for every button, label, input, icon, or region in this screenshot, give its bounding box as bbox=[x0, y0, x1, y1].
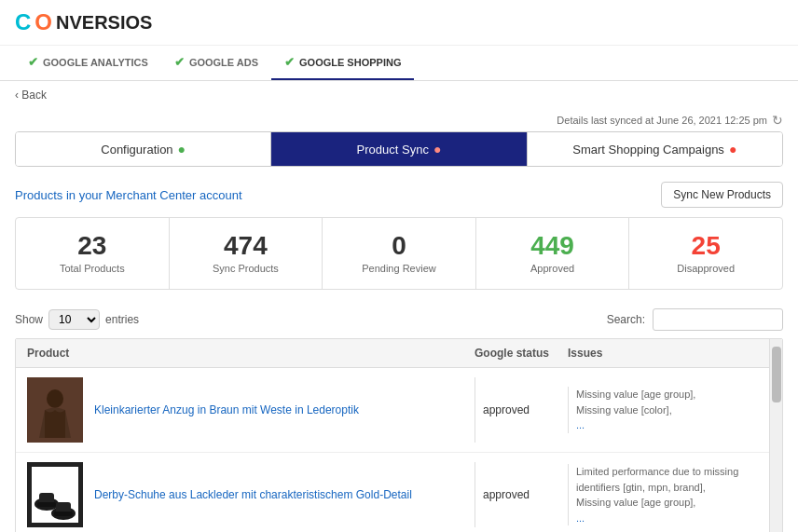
tab-configuration-label: Configuration bbox=[101, 143, 172, 157]
sync-new-products-button[interactable]: Sync New Products bbox=[661, 182, 783, 208]
stat-total-products: 23 Total Products bbox=[16, 218, 170, 289]
stat-total-products-number: 23 bbox=[23, 233, 161, 259]
svg-rect-8 bbox=[54, 512, 73, 516]
table-row: Derby-Schuhe aus Lackleder mit charakter… bbox=[16, 453, 782, 532]
nav-tabs: ✔ GOOGLE ANALYTICS ✔ GOOGLE ADS ✔ GOOGLE… bbox=[0, 46, 798, 81]
nav-tab-google-shopping[interactable]: ✔ GOOGLE SHOPPING bbox=[271, 46, 414, 80]
logo-text: NVERSIOS bbox=[56, 12, 152, 34]
refresh-icon[interactable]: ↻ bbox=[772, 113, 783, 128]
stat-approved: 449 Approved bbox=[476, 218, 630, 289]
stat-pending-review-label: Pending Review bbox=[330, 263, 468, 274]
sync-info-bar: Details last synced at June 26, 2021 12:… bbox=[0, 109, 798, 131]
stat-pending-review-number: 0 bbox=[330, 233, 468, 259]
logo-o-letter: O bbox=[34, 9, 52, 35]
stat-disapproved-label: Disapproved bbox=[637, 263, 775, 274]
header: CONVERSIOS bbox=[0, 0, 798, 46]
stat-sync-products-label: Sync Products bbox=[177, 263, 315, 274]
tab-product-sync-label: Product Sync bbox=[357, 143, 429, 157]
stat-sync-products: 474 Sync Products bbox=[170, 218, 323, 289]
show-entries: Show 10 25 50 100 entries bbox=[15, 309, 139, 330]
product-cell-2: Derby-Schuhe aus Lackleder mit charakter… bbox=[27, 462, 475, 527]
entries-select[interactable]: 10 25 50 100 bbox=[48, 309, 100, 330]
col-issues: Issues bbox=[568, 347, 758, 360]
product-name-1[interactable]: Kleinkarierter Anzug in Braun mit Weste … bbox=[94, 403, 359, 416]
back-bar: ‹ Back bbox=[0, 81, 798, 109]
stats-bar: 23 Total Products 474 Sync Products 0 Pe… bbox=[15, 217, 783, 290]
col-google-status: Google status bbox=[475, 347, 568, 360]
show-label: Show bbox=[15, 313, 43, 326]
issues-link-2[interactable]: ... bbox=[576, 512, 585, 524]
nav-tab-google-ads[interactable]: ✔ GOOGLE ADS bbox=[161, 46, 271, 80]
logo-c-letter: C bbox=[15, 9, 31, 35]
product-thumbnail-2 bbox=[27, 462, 83, 527]
nav-tab-analytics-label: GOOGLE ANALYTICS bbox=[43, 57, 148, 68]
product-table: Product Google status Issues Kleinkarier… bbox=[15, 338, 783, 532]
stat-disapproved-number: 25 bbox=[637, 233, 775, 259]
stat-disapproved: 25 Disapproved bbox=[629, 218, 782, 289]
tab-product-sync-indicator: ● bbox=[433, 142, 441, 157]
scroll-thumb[interactable] bbox=[772, 347, 781, 402]
stat-approved-label: Approved bbox=[484, 263, 622, 274]
col-product: Product bbox=[27, 347, 475, 360]
table-controls: Show 10 25 50 100 entries Search: bbox=[0, 301, 798, 338]
svg-rect-5 bbox=[37, 502, 56, 507]
table-row: Kleinkarierter Anzug in Braun mit Weste … bbox=[16, 368, 782, 453]
check-icon-analytics: ✔ bbox=[28, 55, 38, 69]
table-header: Product Google status Issues bbox=[16, 339, 782, 368]
tab-configuration[interactable]: Configuration ● bbox=[16, 132, 271, 166]
tab-configuration-indicator: ● bbox=[178, 142, 186, 157]
logo: CONVERSIOS bbox=[15, 9, 152, 35]
product-thumbnail-1 bbox=[27, 377, 83, 443]
product-cell-1: Kleinkarierter Anzug in Braun mit Weste … bbox=[27, 377, 475, 443]
stat-approved-number: 449 bbox=[484, 233, 622, 259]
issues-link-1[interactable]: ... bbox=[576, 419, 585, 430]
search-label: Search: bbox=[607, 313, 645, 326]
status-cell-2: approved bbox=[475, 462, 568, 527]
search-input[interactable] bbox=[653, 308, 783, 331]
scrollbar[interactable] bbox=[769, 339, 782, 532]
products-header: Products in your Merchant Center account… bbox=[0, 178, 798, 217]
svg-point-1 bbox=[47, 389, 63, 408]
tab-smart-shopping[interactable]: Smart Shopping Campaigns ● bbox=[528, 132, 782, 166]
stat-sync-products-number: 474 bbox=[177, 233, 315, 259]
issues-cell-2: Limited performance due to missing ident… bbox=[568, 464, 758, 525]
tab-bar: Configuration ● Product Sync ● Smart Sho… bbox=[15, 131, 783, 167]
entries-label: entries bbox=[105, 313, 139, 326]
status-cell-1: approved bbox=[475, 377, 568, 443]
stat-pending-review: 0 Pending Review bbox=[323, 218, 476, 289]
check-icon-shopping: ✔ bbox=[284, 55, 295, 69]
sync-info-text: Details last synced at June 26, 2021 12:… bbox=[557, 115, 767, 126]
nav-tab-shopping-label: GOOGLE SHOPPING bbox=[299, 57, 401, 68]
tab-product-sync[interactable]: Product Sync ● bbox=[271, 132, 527, 166]
search-area: Search: bbox=[607, 308, 783, 331]
product-name-2[interactable]: Derby-Schuhe aus Lackleder mit charakter… bbox=[94, 488, 412, 501]
tab-smart-shopping-indicator: ● bbox=[729, 142, 736, 157]
issues-cell-1: Missing value [age group],Missing value … bbox=[568, 387, 758, 433]
check-icon-ads: ✔ bbox=[174, 55, 185, 69]
tab-smart-shopping-label: Smart Shopping Campaigns bbox=[572, 143, 724, 157]
stat-total-products-label: Total Products bbox=[23, 263, 161, 274]
nav-tab-ads-label: GOOGLE ADS bbox=[189, 57, 258, 68]
products-title: Products in your Merchant Center account bbox=[15, 188, 242, 202]
nav-tab-google-analytics[interactable]: ✔ GOOGLE ANALYTICS bbox=[15, 46, 161, 80]
back-link[interactable]: ‹ Back bbox=[15, 89, 783, 102]
